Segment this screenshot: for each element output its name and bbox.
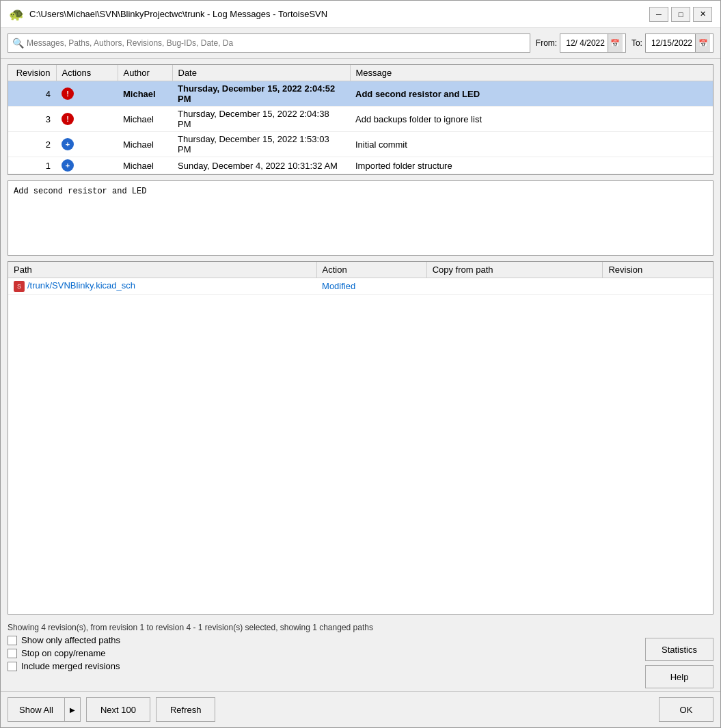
date-cell: Sunday, December 4, 2022 10:31:32 AM [172,157,350,174]
show-affected-label: Show only affected paths [21,635,120,645]
from-label: From: [536,38,557,48]
revision-cell: 1 [8,157,56,174]
revision-cell: 2 [8,132,56,157]
stop-copy-label: Stop on copy/rename [21,648,106,658]
commit-message-area: Add second resistor and LED [8,180,713,256]
title-bar: 🐢 C:\Users\Michael\SVN\BlinkyProjectwc\t… [1,1,720,28]
paths-col-action: Action [316,262,426,278]
side-buttons: Statistics Help [645,635,713,688]
date-cell: Thursday, December 15, 2022 1:53:03 PM [172,132,350,157]
option-include-merged: Include merged revisions [8,661,640,671]
options-section: Show only affected paths Stop on copy/re… [8,635,640,688]
paths-col-copy-from: Copy from path [426,262,603,278]
message-cell: Add backups folder to ignore list [350,107,713,132]
path-action-cell: Modified [316,278,426,295]
show-all-label: Show All [19,705,53,715]
from-calendar-button[interactable]: 📅 [608,34,623,52]
status-bar: Showing 4 revision(s), from revision 1 t… [1,620,720,635]
message-cell: Imported folder structure [350,157,713,174]
toolbar: 🔍 From: 12/ 4/2022 📅 To: 12/15/2022 📅 [1,28,720,59]
to-date-value: 12/15/2022 [649,38,695,48]
window-title: C:\Users\Michael\SVN\BlinkyProjectwc\tru… [29,9,327,19]
author-cell: Michael [118,107,172,132]
to-date-field: 12/15/2022 📅 [645,33,713,53]
title-controls: ─ □ ✕ [649,7,712,22]
maximize-button[interactable]: □ [671,7,690,22]
revisions-table: Revision Actions Author Date Message 4!M… [8,65,713,174]
date-cell: Thursday, December 15, 2022 2:04:52 PM [172,81,350,107]
search-box: 🔍 [8,33,530,53]
paths-table-row[interactable]: S/trunk/SVNBlinky.kicad_schModified [8,278,713,295]
action-cell: ! [56,107,118,132]
author-cell: Michael [118,132,172,157]
show-affected-checkbox[interactable] [8,636,17,645]
include-merged-checkbox[interactable] [8,662,17,671]
date-cell: Thursday, December 15, 2022 2:04:38 PM [172,107,350,132]
to-section: To: 12/15/2022 📅 [631,33,713,53]
close-button[interactable]: ✕ [693,7,712,22]
footer: Show All ▶ Next 100 Refresh OK [1,691,720,727]
paths-col-path: Path [8,262,316,278]
statistics-button[interactable]: Statistics [645,638,713,661]
show-all-button[interactable]: Show All [8,698,65,721]
title-bar-left: 🐢 C:\Users\Michael\SVN\BlinkyProjectwc\t… [9,7,327,22]
show-all-split-button: Show All ▶ [8,697,81,722]
path-link[interactable]: /trunk/SVNBlinky.kicad_sch [27,280,135,291]
message-cell: Add second resistor and LED [350,81,713,107]
revision-cell: 4 [8,81,56,107]
author-cell: Michael [118,157,172,174]
minimize-button[interactable]: ─ [649,7,668,22]
arrow-right-icon: ▶ [70,706,75,714]
action-cell: ! [56,81,118,107]
show-all-dropdown[interactable]: ▶ [65,698,80,721]
table-row[interactable]: 3!MichaelThursday, December 15, 2022 2:0… [8,107,713,132]
main-content: Revision Actions Author Date Message 4!M… [1,59,720,620]
ok-button[interactable]: OK [659,697,713,722]
from-date-field: 12/ 4/2022 📅 [560,33,626,53]
app-icon: 🐢 [9,7,24,22]
paths-table: Path Action Copy from path Revision S/tr… [8,262,713,295]
path-cell: S/trunk/SVNBlinky.kicad_sch [8,278,316,295]
option-stop-copy: Stop on copy/rename [8,648,640,658]
paths-section: Path Action Copy from path Revision S/tr… [8,261,713,615]
modify-icon: ! [62,87,74,100]
status-text: Showing 4 revision(s), from revision 1 t… [8,623,373,632]
file-icon: S [14,281,25,292]
from-date-value: 12/ 4/2022 [563,38,608,48]
include-merged-label: Include merged revisions [21,661,120,671]
revisions-table-section: Revision Actions Author Date Message 4!M… [8,64,713,175]
col-header-author: Author [118,65,172,81]
table-row[interactable]: 2+MichaelThursday, December 15, 2022 1:5… [8,132,713,157]
col-header-message: Message [350,65,713,81]
option-show-affected: Show only affected paths [8,635,640,645]
refresh-button[interactable]: Refresh [156,697,216,722]
table-row[interactable]: 1+MichaelSunday, December 4, 2022 10:31:… [8,157,713,174]
main-window: 🐢 C:\Users\Michael\SVN\BlinkyProjectwc\t… [0,0,721,728]
search-icon: 🔍 [12,38,24,49]
revision-cell: 3 [8,107,56,132]
col-header-date: Date [172,65,350,81]
message-cell: Initial commit [350,132,713,157]
paths-col-revision: Revision [603,262,713,278]
search-input[interactable] [27,38,526,48]
paths-table-container: Path Action Copy from path Revision S/tr… [8,262,713,614]
help-button[interactable]: Help [645,665,713,688]
to-calendar-button[interactable]: 📅 [695,34,710,52]
col-header-actions: Actions [56,65,118,81]
action-cell: + [56,157,118,174]
to-label: To: [631,38,642,48]
next-100-button[interactable]: Next 100 [86,697,150,722]
path-revision-cell [603,278,713,295]
action-cell: + [56,132,118,157]
from-section: From: 12/ 4/2022 📅 [536,33,626,53]
table-row[interactable]: 4!MichaelThursday, December 15, 2022 2:0… [8,81,713,107]
author-cell: Michael [118,81,172,107]
modify-icon: ! [62,113,74,125]
col-header-revision: Revision [8,65,56,81]
add-icon: + [62,159,74,172]
stop-copy-checkbox[interactable] [8,649,17,658]
bottom-section: Show only affected paths Stop on copy/re… [1,635,720,691]
add-icon: + [62,138,74,150]
path-copy-cell [426,278,603,295]
